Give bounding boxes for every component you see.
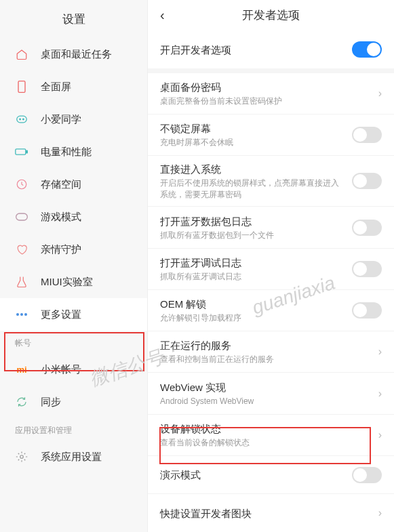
sidebar-item-xiaoai[interactable]: 小爱同学 — [0, 103, 147, 136]
row-bt-pkg-log[interactable]: 打开蓝牙数据包日志抓取所有蓝牙数据包到一个文件 — [148, 207, 394, 248]
toggle-no-lock[interactable] — [352, 127, 382, 143]
subtitle: 充电时屏幕不会休眠 — [160, 137, 347, 148]
battery-icon — [15, 145, 28, 159]
subtitle: 开启后不使用系统的锁屏样式，点亮屏幕直接进入系统，需要无屏幕密码 — [160, 178, 347, 201]
row-unlock-status[interactable]: 设备解锁状态查看当前设备的解锁状态 › — [148, 415, 394, 456]
developer-options-panel: ‹ 开发者选项 开启开发者选项 桌面备份密码桌面完整备份当前未设置密码保护 › … — [148, 0, 394, 532]
row-running-svc[interactable]: 正在运行的服务查看和控制当前正在运行的服务 › — [148, 331, 394, 373]
row-bt-dbg-log[interactable]: 打开蓝牙调试日志抓取所有蓝牙调试日志 — [148, 249, 394, 290]
sidebar-item-xiaomi-account[interactable]: mi 小米帐号 — [0, 353, 147, 386]
subtitle: 查看和控制当前正在运行的服务 — [160, 354, 373, 365]
panel-header: ‹ 开发者选项 — [148, 0, 394, 30]
flask-icon — [15, 275, 28, 289]
label: 桌面和最近任务 — [41, 47, 112, 61]
chevron-right-icon: › — [378, 388, 382, 400]
more-icon — [15, 308, 28, 321]
toggle-enable-dev[interactable] — [352, 41, 382, 58]
title: 开启开发者选项 — [160, 43, 347, 57]
sidebar-item-battery[interactable]: 电量和性能 — [0, 136, 147, 168]
label: 同步 — [41, 395, 61, 409]
subtitle: 允许解锁引导加载程序 — [160, 312, 347, 324]
subtitle: Android System WebView — [160, 396, 373, 407]
row-demo[interactable]: 演示模式 — [148, 456, 394, 494]
label: 小爱同学 — [41, 112, 81, 126]
chevron-right-icon: › — [378, 507, 382, 519]
sidebar-item-game[interactable]: 游戏模式 — [0, 201, 147, 233]
sidebar-item-home[interactable]: 桌面和最近任务 — [0, 38, 147, 70]
sidebar-header: 设置 — [0, 0, 147, 38]
title: 不锁定屏幕 — [160, 121, 347, 136]
label: 游戏模式 — [41, 210, 81, 224]
label: 亲情守护 — [41, 243, 81, 256]
row-no-lock[interactable]: 不锁定屏幕充电时屏幕不会休眠 — [148, 115, 394, 156]
toggle-bt-pkg[interactable] — [352, 220, 382, 236]
sidebar-item-more[interactable]: 更多设置 — [0, 298, 147, 331]
sidebar-item-sync[interactable]: 同步 — [0, 386, 147, 418]
label: 小米帐号 — [41, 363, 81, 376]
label: 系统应用设置 — [41, 450, 102, 464]
settings-sidebar: 设置 桌面和最近任务 全面屏 小爱同学 电量和性能 存储空间 游戏模式 亲情守护… — [0, 0, 148, 532]
svg-point-2 — [20, 119, 21, 120]
svg-rect-0 — [18, 81, 25, 93]
label: 全面屏 — [41, 80, 71, 94]
toggle-oem-unlock[interactable] — [352, 302, 382, 319]
row-webview[interactable]: WebView 实现Android System WebView › — [148, 373, 394, 414]
title: 打开蓝牙调试日志 — [160, 255, 347, 270]
subtitle: 桌面完整备份当前未设置密码保护 — [160, 96, 373, 107]
sidebar-item-storage[interactable]: 存储空间 — [0, 168, 147, 201]
panel-title: 开发者选项 — [242, 7, 300, 23]
row-quick-tiles[interactable]: 快捷设置开发者图块 › — [148, 494, 394, 532]
toggle-demo[interactable] — [352, 467, 382, 483]
mi-icon: mi — [15, 363, 28, 376]
title: 正在运行的服务 — [160, 338, 373, 352]
label: MIUI实验室 — [41, 275, 93, 289]
svg-rect-1 — [17, 116, 26, 123]
game-icon — [15, 210, 28, 224]
chevron-right-icon: › — [378, 346, 382, 358]
section-apps: 应用设置和管理 — [0, 418, 147, 441]
section-account: 帐号 — [0, 331, 147, 353]
storage-icon — [15, 178, 28, 191]
title: WebView 实现 — [160, 380, 373, 394]
subtitle: 抓取所有蓝牙数据包到一个文件 — [160, 230, 347, 241]
subtitle: 抓取所有蓝牙调试日志 — [160, 271, 347, 283]
chevron-right-icon: › — [378, 429, 382, 441]
svg-rect-5 — [26, 150, 28, 152]
title: 快捷设置开发者图块 — [160, 506, 373, 520]
row-backup-pwd[interactable]: 桌面备份密码桌面完整备份当前未设置密码保护 › — [148, 73, 394, 115]
title: 设备解锁状态 — [160, 422, 373, 436]
svg-point-8 — [16, 313, 19, 316]
sidebar-item-fullscreen[interactable]: 全面屏 — [0, 70, 147, 103]
svg-point-10 — [24, 313, 27, 316]
row-oem-unlock[interactable]: OEM 解锁允许解锁引导加载程序 — [148, 290, 394, 331]
home-icon — [15, 47, 28, 61]
sidebar-item-family[interactable]: 亲情守护 — [0, 233, 147, 266]
toggle-bt-dbg[interactable] — [352, 261, 382, 277]
gear-icon — [15, 450, 28, 464]
subtitle: 查看当前设备的解锁状态 — [160, 437, 373, 449]
svg-rect-4 — [16, 149, 26, 155]
back-button[interactable]: ‹ — [160, 7, 165, 23]
row-enable-dev[interactable]: 开启开发者选项 — [148, 30, 394, 68]
row-direct-sys[interactable]: 直接进入系统开启后不使用系统的锁屏样式，点亮屏幕直接进入系统，需要无屏幕密码 — [148, 156, 394, 207]
label: 电量和性能 — [41, 145, 92, 159]
toggle-direct-sys[interactable] — [352, 173, 382, 189]
assistant-icon — [15, 112, 28, 126]
fullscreen-icon — [15, 80, 28, 94]
title: 打开蓝牙数据包日志 — [160, 214, 347, 228]
label: 存储空间 — [41, 178, 81, 191]
title: 桌面备份密码 — [160, 80, 373, 94]
svg-point-11 — [20, 455, 24, 459]
sidebar-title: 设置 — [62, 12, 85, 27]
title: 直接进入系统 — [160, 162, 347, 176]
sidebar-item-lab[interactable]: MIUI实验室 — [0, 266, 147, 298]
svg-point-9 — [20, 313, 23, 316]
sidebar-item-system-apps[interactable]: 系统应用设置 — [0, 441, 147, 473]
chevron-right-icon: › — [378, 87, 382, 100]
heart-icon — [15, 243, 28, 256]
svg-rect-7 — [16, 213, 28, 220]
svg-point-3 — [23, 119, 24, 120]
title: 演示模式 — [160, 468, 347, 482]
label: 更多设置 — [41, 308, 81, 321]
title: OEM 解锁 — [160, 297, 347, 311]
